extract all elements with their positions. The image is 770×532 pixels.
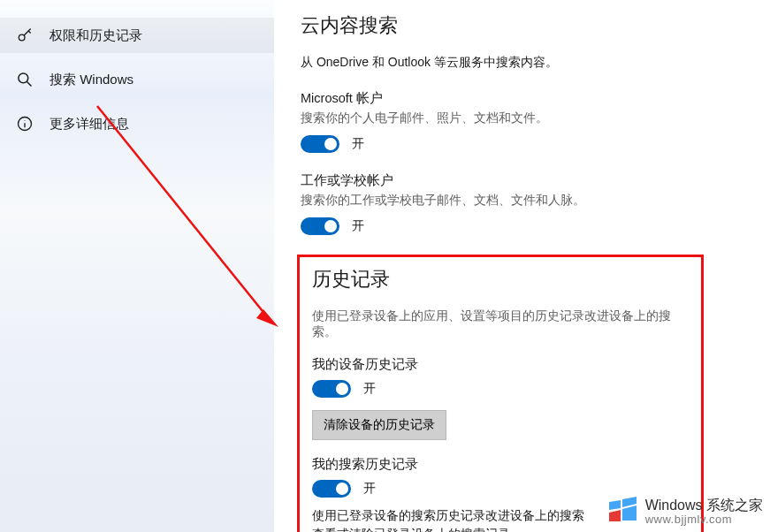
history-highlight-box: 历史记录 使用已登录设备上的应用、设置等项目的历史记录改进设备上的搜索。 我的设… xyxy=(297,255,704,532)
key-history-icon xyxy=(16,27,34,44)
clear-device-history-button[interactable]: 清除设备的历史记录 xyxy=(312,410,446,440)
work-account-title: 工作或学校帐户 xyxy=(301,172,745,189)
ms-account-descr: 搜索你的个人电子邮件、照片、文档和文件。 xyxy=(301,110,745,126)
sidebar-item-label: 权限和历史记录 xyxy=(50,27,142,44)
work-account-descr: 搜索你的工作或学校电子邮件、文档、文件和人脉。 xyxy=(301,193,745,209)
cloud-search-descr: 从 OneDrive 和 Outlook 等云服务中搜索内容。 xyxy=(301,55,745,71)
search-history-line2: 查看或清除已登录设备上的搜索记录 xyxy=(312,525,689,532)
ms-account-title: Microsoft 帐户 xyxy=(301,90,745,107)
sidebar-item-label: 更多详细信息 xyxy=(50,116,129,133)
search-history-toggle[interactable] xyxy=(312,480,351,498)
history-title: 历史记录 xyxy=(312,266,689,293)
search-history-title: 我的搜索历史记录 xyxy=(312,456,689,473)
device-history-block: 我的设备历史记录 开 清除设备的历史记录 xyxy=(312,356,689,440)
ms-account-toggle-label: 开 xyxy=(352,136,364,152)
sidebar-item-search-windows[interactable]: 搜索 Windows xyxy=(0,62,274,97)
search-icon xyxy=(16,71,34,88)
svg-point-1 xyxy=(19,73,28,83)
sidebar-item-permissions-history[interactable]: 权限和历史记录 xyxy=(0,18,274,53)
history-descr: 使用已登录设备上的应用、设置等项目的历史记录改进设备上的搜索。 xyxy=(312,308,689,340)
sidebar: 权限和历史记录 搜索 Windows 更多详细信息 xyxy=(0,0,274,532)
work-account-block: 工作或学校帐户 搜索你的工作或学校电子邮件、文档、文件和人脉。 开 xyxy=(301,172,745,235)
sidebar-item-label: 搜索 Windows xyxy=(50,72,133,88)
ms-account-toggle[interactable] xyxy=(301,135,339,153)
device-history-title: 我的设备历史记录 xyxy=(312,356,689,373)
sidebar-item-more-details[interactable]: 更多详细信息 xyxy=(0,106,274,141)
work-account-toggle[interactable] xyxy=(301,217,339,235)
main-content: 云内容搜索 从 OneDrive 和 Outlook 等云服务中搜索内容。 Mi… xyxy=(274,0,770,532)
info-icon xyxy=(16,115,34,133)
work-account-toggle-label: 开 xyxy=(352,218,364,234)
device-history-toggle-label: 开 xyxy=(363,381,376,397)
search-history-toggle-label: 开 xyxy=(363,481,376,497)
search-history-line1: 使用已登录设备的搜索历史记录改进设备上的搜索 xyxy=(312,506,689,525)
device-history-toggle[interactable] xyxy=(312,380,351,398)
svg-point-0 xyxy=(19,34,25,41)
search-history-block: 我的搜索历史记录 开 使用已登录设备的搜索历史记录改进设备上的搜索 查看或清除已… xyxy=(312,456,689,532)
ms-account-block: Microsoft 帐户 搜索你的个人电子邮件、照片、文档和文件。 开 xyxy=(301,90,745,153)
cloud-search-title: 云内容搜索 xyxy=(301,12,745,39)
